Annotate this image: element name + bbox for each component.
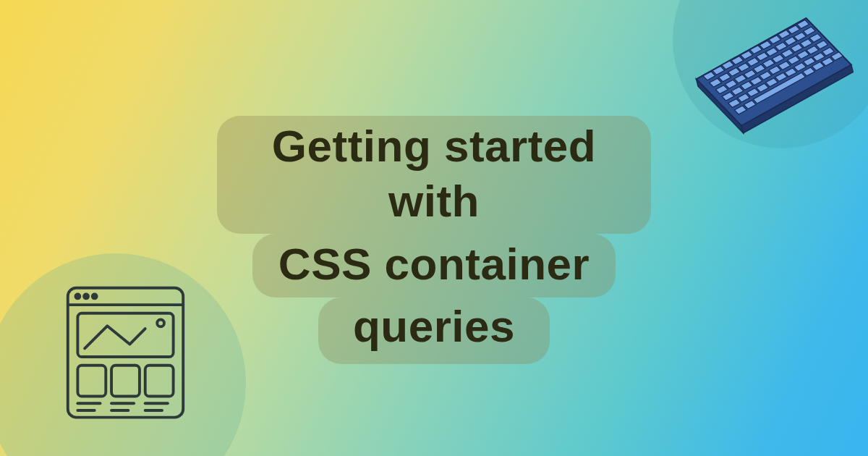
svg-rect-73	[111, 365, 140, 396]
keyboard-icon	[691, 9, 854, 138]
svg-rect-65	[68, 287, 183, 417]
title-line-3: queries	[318, 297, 550, 364]
svg-rect-74	[145, 365, 174, 396]
svg-point-68	[84, 294, 88, 298]
title-line-2: CSS container	[252, 234, 616, 297]
svg-point-67	[75, 294, 80, 298]
website-layout-icon	[62, 282, 189, 426]
page-title: Getting started with CSS container queri…	[217, 116, 651, 364]
svg-rect-72	[77, 365, 106, 396]
svg-point-69	[93, 294, 97, 298]
svg-point-71	[157, 319, 164, 326]
title-line-1: Getting started with	[217, 116, 651, 234]
